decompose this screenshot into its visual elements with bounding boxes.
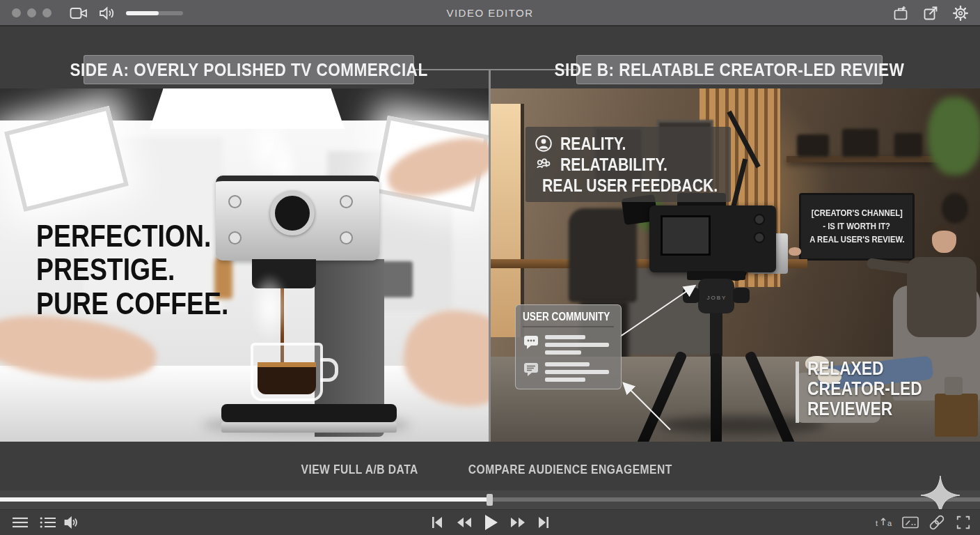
side-a-label-text: SIDE A: OVERLY POLISHED TV COMMERCIAL	[70, 59, 427, 81]
compare-engagement-link[interactable]: COMPARE AUDIENCE ENGAGEMENT	[453, 463, 688, 477]
playback-controls-bar: t a	[0, 509, 980, 535]
caption-line: RELAXED	[807, 359, 884, 379]
fast-forward-button[interactable]	[510, 517, 525, 528]
fullscreen-icon[interactable]	[956, 515, 971, 530]
caption-line: REVIEWER	[807, 399, 892, 419]
drip-tray-graphic	[221, 404, 397, 422]
reviewer-caption-overlay: RELAXED CREATOR-LED REVIEWER	[796, 359, 942, 423]
headline-line: PURE COFFEE.	[36, 287, 228, 320]
machine-base-graphic	[221, 422, 397, 433]
rewind-button[interactable]	[457, 517, 472, 528]
value-prop-text: REALITY.	[560, 134, 626, 154]
side-a-label: SIDE A: OVERLY POLISHED TV COMMERCIAL	[84, 55, 414, 84]
text-line-bar	[545, 362, 590, 366]
timeline-progress-fill	[0, 497, 489, 502]
text-line-bar	[545, 378, 585, 382]
comment-text-bars	[545, 334, 609, 355]
caption-line: CREATOR-LED	[807, 379, 922, 399]
value-prop-text: REAL USER FEEDBACK.	[542, 176, 718, 196]
data-links-row: VIEW FULL A/B DATA COMPARE AUDIENCE ENGA…	[0, 463, 980, 477]
comment-text-bars	[545, 361, 609, 382]
skip-to-start-button[interactable]	[432, 516, 443, 529]
playlist-icon[interactable]	[40, 516, 56, 529]
text-line-bar	[545, 335, 585, 339]
value-prop-row: REALITY.	[535, 133, 722, 154]
user-community-overlay: USER COMMUNITY	[515, 304, 622, 389]
titlebar: VIDEO EDITOR	[0, 0, 980, 26]
person-icon	[535, 134, 553, 153]
view-ab-data-link[interactable]: VIEW FULL A/B DATA	[292, 463, 427, 477]
text-line-bar	[545, 350, 581, 355]
reviewer-caption-text: RELAXED CREATOR-LED REVIEWER	[807, 359, 942, 423]
machine-button-graphic	[340, 231, 353, 245]
menu-icon[interactable]	[12, 516, 29, 529]
settings-gear-icon[interactable]	[952, 5, 969, 22]
svg-text:t: t	[876, 519, 878, 527]
headline-line: PERFECTION.	[36, 219, 211, 253]
mute-speaker-icon[interactable]	[64, 515, 79, 529]
value-props-overlay: REALITY. RELATABILITY. REAL	[525, 127, 731, 202]
coffee-fill-graphic	[258, 362, 316, 394]
value-prop-row: RELATABILITY.	[535, 154, 722, 175]
window-title: VIDEO EDITOR	[0, 7, 980, 19]
svg-text:a: a	[887, 519, 892, 527]
community-comment-row	[523, 361, 614, 382]
compare-engagement-link-text: COMPARE AUDIENCE ENGAGEMENT	[468, 463, 672, 477]
text-line-bar	[545, 343, 609, 347]
ab-comparison-area: PERFECTION. PRESTIGE. PURE COFFEE. [CREA…	[0, 88, 980, 442]
community-comment-row	[523, 334, 614, 355]
chat-lines-icon	[523, 361, 539, 378]
machine-button-graphic	[340, 195, 353, 208]
machine-button-graphic	[228, 195, 242, 208]
side-b-label: SIDE B: RELATABLE CREATOR-LED REVIEW	[576, 55, 883, 84]
side-b-label-text: SIDE B: RELATABLE CREATOR-LED REVIEW	[555, 59, 905, 81]
headline-line: PRESTIGE.	[36, 253, 175, 286]
skip-to-end-button[interactable]	[538, 516, 549, 529]
caption-accent-bar	[796, 362, 799, 423]
link-icon[interactable]	[928, 514, 945, 531]
view-ab-data-link-text: VIEW FULL A/B DATA	[301, 463, 418, 477]
side-a-headline: PERFECTION. PRESTIGE. PURE COFFEE.	[36, 219, 262, 320]
play-button[interactable]	[484, 514, 498, 531]
playhead-handle[interactable]	[487, 494, 493, 506]
glass-cup-graphic	[251, 343, 323, 401]
value-prop-row: REAL USER FEEDBACK.	[535, 175, 722, 196]
share-external-icon[interactable]	[923, 6, 938, 21]
text-line-bar	[545, 370, 609, 374]
side-b-video-frame[interactable]: [CREATOR'S CHANNEL] - IS IT WORTH IT? A …	[491, 88, 980, 442]
language-caption-icon[interactable]: t a	[875, 516, 893, 529]
community-title-text: USER COMMUNITY	[523, 311, 610, 323]
chat-dots-icon	[523, 334, 539, 350]
people-group-icon	[535, 155, 553, 173]
value-prop-text: RELATABILITY.	[560, 155, 667, 175]
caption-box-icon[interactable]	[902, 516, 919, 529]
side-a-video-frame[interactable]: PERFECTION. PRESTIGE. PURE COFFEE.	[0, 88, 489, 442]
add-media-icon[interactable]	[893, 6, 908, 21]
machine-dial-graphic	[270, 191, 315, 235]
cup-handle-graphic	[320, 358, 338, 382]
